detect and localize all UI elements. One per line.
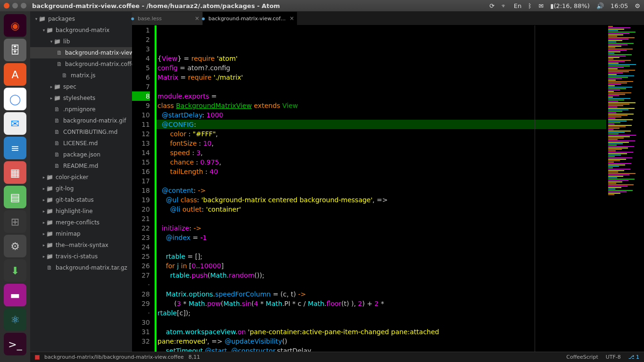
tree-file-background-matrix-gif[interactable]: background-matrix.gif (30, 115, 132, 126)
launcher-impress[interactable]: ▦ (4, 161, 26, 184)
tree-file-license-md[interactable]: LICENSE.md (30, 138, 132, 149)
code-line[interactable]: for j in [0..10000] (157, 261, 606, 271)
window-minimize-button[interactable] (12, 3, 18, 8)
cursor-position[interactable]: 8,11 (189, 354, 200, 360)
code-line[interactable]: {View} = require 'atom' (157, 54, 606, 63)
line-number[interactable]: 23 (132, 233, 150, 242)
code-line[interactable]: rtable[c]); (157, 308, 606, 318)
tree-file--npmignore[interactable]: .npmignore (30, 104, 132, 115)
tree-folder-background-matrix[interactable]: ▾background-matrix (30, 25, 132, 36)
launcher-workspace[interactable]: ⊞ (4, 210, 26, 233)
editor[interactable]: 1234567891011121314151617181920212223242… (132, 25, 644, 352)
line-number[interactable]: · (132, 280, 150, 289)
code-line[interactable]: color : "#FFF", (157, 129, 606, 139)
code-line[interactable]: module.exports = (157, 91, 606, 101)
minimap[interactable] (606, 25, 644, 352)
grammar-selector[interactable]: CoffeeScript (566, 354, 598, 360)
gear-icon[interactable]: ⚙ (635, 2, 640, 9)
git-branch[interactable]: ⎇ 1 (628, 354, 639, 360)
code-line[interactable]: chance : 0.975, (157, 157, 606, 167)
code-line[interactable]: @li outlet: 'container' (157, 205, 606, 214)
code-line[interactable]: @index = -1 (157, 233, 606, 242)
line-number[interactable]: 20 (132, 205, 150, 214)
launcher-software[interactable]: A (4, 63, 26, 86)
code-line[interactable]: (3 * Math.pow(Math.sin(4 * Math.PI * c /… (157, 299, 606, 308)
code-line[interactable]: @startDelay: 1000 (157, 110, 606, 120)
line-number[interactable]: 29 (132, 299, 150, 308)
code-line[interactable] (157, 176, 606, 186)
code-line[interactable] (157, 214, 606, 223)
tree-file-matrix-js[interactable]: matrix.js (30, 70, 132, 81)
tree-file-background-matrix-view-coffee[interactable]: background-matrix-view. (30, 47, 132, 58)
code-line[interactable]: initialize: -> (157, 223, 606, 233)
line-number[interactable]: 3 (132, 44, 150, 54)
line-number[interactable]: 1 (132, 25, 150, 35)
line-number[interactable]: 2 (132, 35, 150, 44)
line-number[interactable]: 15 (132, 157, 150, 167)
code-line[interactable] (157, 82, 606, 91)
code-line[interactable] (157, 280, 606, 289)
wifi-icon[interactable]: ᯤ (501, 2, 507, 9)
line-number[interactable]: 9 (132, 101, 150, 110)
line-number[interactable]: 27 (132, 271, 150, 280)
code-line[interactable]: Matrix = require './matrix' (157, 73, 606, 82)
tree-folder-git-log[interactable]: ▸git-log (30, 183, 132, 194)
code-line[interactable]: Matrix.options.speedForColumn = (c, t) -… (157, 289, 606, 299)
tree-file-readme-md[interactable]: README.md (30, 160, 132, 172)
tab-base-less[interactable]: base.less× (132, 12, 203, 25)
tree-folder-travis-ci-status[interactable]: ▸travis-ci-status (30, 251, 132, 262)
line-number[interactable]: 16 (132, 167, 150, 176)
code-line[interactable]: config = atom?.config (157, 63, 606, 73)
mail-icon[interactable]: ✉ (538, 2, 544, 9)
line-number[interactable]: 11 (132, 120, 150, 129)
tree-file-background-matrix-coffee[interactable]: background-matrix.coffee (30, 58, 132, 70)
launcher-thunderbird[interactable]: ✉ (4, 112, 26, 135)
line-number[interactable]: 28 (132, 289, 150, 299)
file-path[interactable]: background-matrix/lib/background-matrix-… (44, 354, 184, 360)
launcher-dash[interactable]: ◉ (4, 14, 26, 37)
line-number[interactable]: 13 (132, 139, 150, 148)
code-line[interactable]: atom.workspaceView.on 'pane-container:ac… (157, 327, 606, 337)
line-number[interactable]: 5 (132, 63, 150, 73)
line-number[interactable]: 8 (132, 91, 150, 101)
line-number[interactable]: 21 (132, 214, 150, 223)
keyboard-indicator[interactable]: En (514, 2, 521, 9)
code-line[interactable]: rtable.push(Math.random()); (157, 271, 606, 280)
launcher-files[interactable]: 🗄 (4, 39, 26, 61)
line-number[interactable]: 12 (132, 129, 150, 139)
line-number[interactable]: 7 (132, 82, 150, 91)
line-number[interactable]: 10 (132, 110, 150, 120)
launcher-atom[interactable]: ⚛ (4, 308, 26, 331)
launcher-writer[interactable]: ≡ (4, 137, 26, 159)
line-number[interactable]: 25 (132, 252, 150, 261)
code-area[interactable]: {View} = require 'atom'config = atom?.co… (157, 25, 606, 352)
launcher-app-pink[interactable]: ▬ (4, 284, 26, 306)
window-maximize-button[interactable] (21, 3, 26, 8)
code-line[interactable]: setTimeout @start, @constructor.startDel… (157, 346, 606, 352)
tree-file-package-json[interactable]: package.json (30, 149, 132, 160)
battery-indicator[interactable]: ▮ (2:16, 88%) (550, 2, 590, 9)
encoding-selector[interactable]: UTF-8 (606, 354, 621, 360)
code-line[interactable]: rtable = []; (157, 252, 606, 261)
bluetooth-icon[interactable]: ᛒ (528, 2, 532, 9)
tree-folder-merge-conflicts[interactable]: ▸merge-conflicts (30, 217, 132, 228)
clock[interactable]: 16:05 (611, 2, 628, 9)
line-number[interactable]: 24 (132, 242, 150, 252)
code-line[interactable]: @ul class: 'background-matrix centered b… (157, 195, 606, 205)
tree-folder-lib[interactable]: ▾lib (30, 36, 132, 47)
line-number[interactable]: · (132, 308, 150, 318)
close-icon[interactable]: × (195, 15, 199, 22)
code-line[interactable] (157, 242, 606, 252)
line-number[interactable]: 22 (132, 223, 150, 233)
code-line[interactable]: @content: -> (157, 186, 606, 195)
line-number[interactable]: 18 (132, 186, 150, 195)
line-number[interactable]: 17 (132, 176, 150, 186)
tree-folder-color-picker[interactable]: ▸color-picker (30, 172, 132, 183)
code-line[interactable]: pane:removed', => @updateVisibility() (157, 337, 606, 346)
code-line[interactable]: @CONFIG: (157, 120, 606, 129)
code-line[interactable]: speed : 3, (157, 148, 606, 157)
tree-file-background-matrix-tar-gz[interactable]: background-matrix.tar.gz (30, 262, 132, 273)
tree-folder-highlight-line[interactable]: ▸highlight-line (30, 206, 132, 217)
tree-folder-the--matrix-syntax[interactable]: ▸the--matrix-syntax (30, 239, 132, 251)
tree-folder-spec[interactable]: ▸spec (30, 81, 132, 92)
